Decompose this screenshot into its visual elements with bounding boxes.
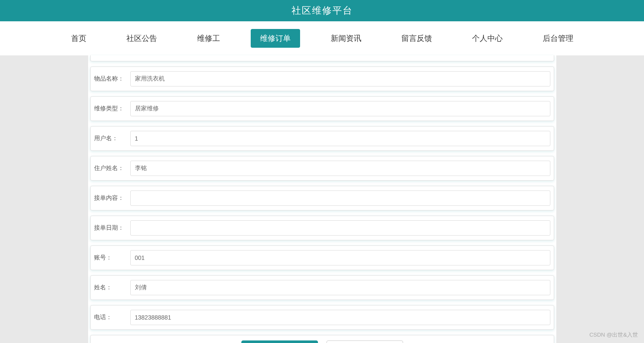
- nav-feedback[interactable]: 留言反馈: [392, 29, 441, 48]
- reset-button[interactable]: 重置: [326, 340, 403, 343]
- form-row-phone: 电话：: [90, 305, 554, 330]
- form-row-order-date: 接单日期：: [90, 216, 554, 240]
- nav-profile[interactable]: 个人中心: [463, 29, 512, 48]
- nav-bar: 首页 社区公告 维修工 维修订单 新闻资讯 留言反馈 个人中心 后台管理: [0, 21, 644, 55]
- form-row-partial: [90, 55, 554, 61]
- page-content: 物品名称： 维修类型： 用户名： 住户姓名： 接单内容： 接单日期： 账号：: [88, 55, 556, 343]
- nav-worker[interactable]: 维修工: [188, 29, 229, 48]
- label-order-content: 接单内容：: [94, 194, 130, 202]
- input-account[interactable]: [130, 250, 550, 265]
- label-name: 姓名：: [94, 284, 130, 291]
- form-row-username: 用户名：: [90, 126, 554, 151]
- label-repair-type: 维修类型：: [94, 105, 130, 112]
- input-resident-name[interactable]: [130, 161, 550, 176]
- input-repair-type[interactable]: [130, 101, 550, 116]
- nav-admin[interactable]: 后台管理: [533, 29, 583, 48]
- nav-news[interactable]: 新闻资讯: [321, 29, 371, 48]
- form-row-resident-name: 住户姓名：: [90, 156, 554, 181]
- label-username: 用户名：: [94, 135, 130, 142]
- form-row-repair-type: 维修类型：: [90, 96, 554, 121]
- form-row-item-name: 物品名称：: [90, 66, 554, 91]
- label-item-name: 物品名称：: [94, 75, 130, 83]
- nav-order[interactable]: 维修订单: [251, 29, 300, 48]
- form-area: 物品名称： 维修类型： 用户名： 住户姓名： 接单内容： 接单日期： 账号：: [88, 55, 556, 343]
- label-order-date: 接单日期：: [94, 224, 130, 232]
- label-resident-name: 住户姓名：: [94, 164, 130, 172]
- header-bar: 社区维修平台: [0, 0, 644, 21]
- form-row-name: 姓名：: [90, 275, 554, 300]
- input-name[interactable]: [130, 280, 550, 295]
- input-order-date[interactable]: [130, 220, 550, 236]
- watermark: CSDN @出世&入世: [590, 331, 638, 339]
- input-phone[interactable]: [130, 310, 550, 325]
- label-account: 账号：: [94, 254, 130, 262]
- button-row: 提交 重置: [90, 335, 554, 343]
- input-username[interactable]: [130, 131, 550, 146]
- input-order-content[interactable]: [130, 190, 550, 206]
- label-phone: 电话：: [94, 314, 130, 321]
- form-row-account: 账号：: [90, 245, 554, 270]
- form-row-order-content: 接单内容：: [90, 186, 554, 210]
- page-title: 社区维修平台: [292, 5, 353, 16]
- nav-notice[interactable]: 社区公告: [117, 29, 166, 48]
- input-item-name[interactable]: [130, 71, 550, 86]
- submit-button[interactable]: 提交: [241, 340, 318, 343]
- nav-home[interactable]: 首页: [62, 29, 96, 48]
